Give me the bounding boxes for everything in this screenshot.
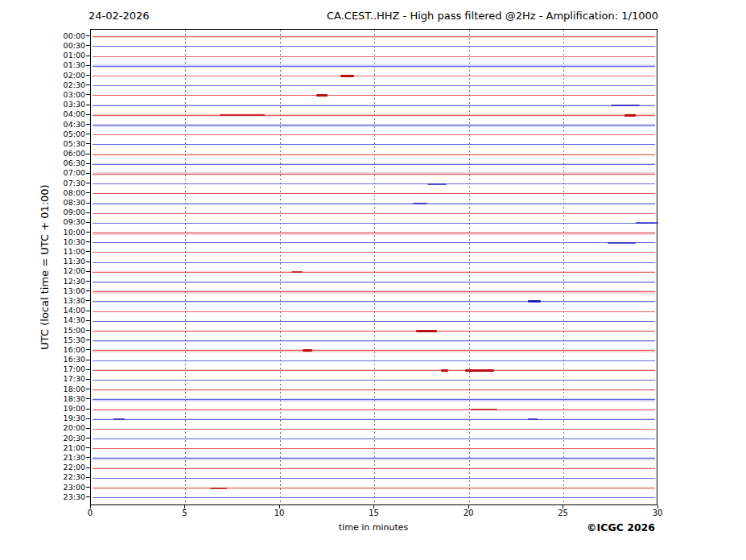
grid-line <box>563 30 564 504</box>
trace-line <box>93 301 655 302</box>
y-tick <box>86 487 90 488</box>
trace-line <box>93 144 655 145</box>
trace-time-label: 06:30 <box>24 159 85 167</box>
trace-line <box>93 242 655 243</box>
trace-time-label: 03:00 <box>24 91 85 99</box>
trace-time-label: 10:00 <box>24 229 85 237</box>
trace-time-label: 04:00 <box>24 110 85 118</box>
trace-time-label: 00:00 <box>24 32 85 40</box>
plot-title: CA.CEST..HHZ - High pass filtered @2Hz -… <box>0 10 658 22</box>
y-tick <box>86 311 90 311</box>
y-tick <box>86 75 90 76</box>
trace-time-label: 02:30 <box>24 81 85 89</box>
y-tick <box>86 65 90 66</box>
trace-line <box>93 331 655 331</box>
x-tick-label: 25 <box>547 509 579 517</box>
trace-time-label: 08:30 <box>24 199 85 207</box>
y-tick <box>86 241 90 242</box>
copyright-label: ©ICGC 2026 <box>563 521 655 533</box>
trace-event <box>427 183 447 185</box>
trace-time-label: 05:30 <box>24 140 85 148</box>
trace-time-label: 22:00 <box>24 463 85 471</box>
trace-time-label: 16:00 <box>24 346 85 354</box>
trace-time-label: 11:30 <box>24 257 85 266</box>
trace-time-label: 10:30 <box>24 238 85 246</box>
y-tick <box>86 477 90 478</box>
y-tick <box>86 398 90 399</box>
y-tick <box>86 271 90 272</box>
trace-line <box>93 233 655 233</box>
trace-time-label: 20:00 <box>24 424 85 432</box>
trace-time-label: 21:00 <box>24 444 85 452</box>
trace-line <box>93 154 655 155</box>
trace-line <box>93 370 655 371</box>
trace-event <box>611 105 639 106</box>
trace-time-label: 20:30 <box>24 434 85 443</box>
trace-time-label: 09:00 <box>24 208 85 216</box>
trace-line <box>93 183 655 184</box>
trace-time-label: 22:30 <box>24 473 85 481</box>
y-tick <box>86 143 90 144</box>
trace-time-label: 18:00 <box>24 385 85 393</box>
y-tick <box>86 84 90 85</box>
y-tick <box>86 45 90 46</box>
plot-area <box>90 29 657 505</box>
y-tick <box>86 447 90 448</box>
y-tick <box>86 457 90 458</box>
trace-event <box>416 330 437 332</box>
trace-line <box>93 458 655 459</box>
y-tick <box>86 330 90 331</box>
trace-line <box>93 252 655 253</box>
grid-line <box>374 30 375 504</box>
trace-time-label: 21:30 <box>24 454 85 462</box>
trace-line <box>93 85 655 86</box>
trace-time-label: 03:30 <box>24 101 85 109</box>
trace-time-label: 00:30 <box>24 42 85 50</box>
trace-line <box>93 66 655 67</box>
trace-time-label: 15:30 <box>24 336 85 344</box>
trace-time-label: 23:00 <box>24 484 85 492</box>
y-tick <box>86 369 90 370</box>
trace-time-label: 08:00 <box>24 189 85 197</box>
y-tick <box>86 290 90 291</box>
trace-line <box>93 429 655 430</box>
trace-line <box>93 125 655 126</box>
trace-event <box>441 369 448 372</box>
trace-time-label: 04:30 <box>24 121 85 129</box>
trace-time-label: 01:30 <box>24 61 85 69</box>
trace-time-label: 06:00 <box>24 150 85 158</box>
trace-time-label: 05:00 <box>24 130 85 138</box>
y-tick <box>86 94 90 95</box>
trace-line <box>93 46 655 47</box>
trace-line <box>93 360 655 361</box>
trace-line <box>93 468 655 469</box>
x-tick-label: 5 <box>169 509 201 517</box>
trace-line <box>93 419 655 420</box>
x-tick-label: 15 <box>358 509 390 517</box>
x-tick-label: 0 <box>74 509 106 517</box>
trace-line <box>93 488 655 488</box>
trace-line <box>93 448 655 449</box>
trace-event <box>528 418 538 420</box>
y-tick <box>86 300 90 301</box>
trace-line <box>93 410 655 410</box>
x-axis-label: time in minutes <box>325 522 422 533</box>
trace-time-label: 14:00 <box>24 307 85 315</box>
y-tick <box>86 124 90 125</box>
y-tick <box>86 56 90 56</box>
trace-line <box>93 439 655 439</box>
y-tick <box>86 114 90 115</box>
trace-line <box>93 204 655 204</box>
trace-time-label: 18:30 <box>24 395 85 403</box>
trace-line <box>93 478 655 479</box>
trace-line <box>93 76 655 76</box>
trace-time-label: 19:00 <box>24 405 85 413</box>
y-tick <box>86 154 90 154</box>
y-tick <box>86 222 90 223</box>
grid-line <box>280 30 281 504</box>
trace-event <box>316 94 328 97</box>
trace-line <box>93 134 655 135</box>
trace-time-label: 12:30 <box>24 278 85 286</box>
trace-time-label: 17:00 <box>24 365 85 373</box>
y-tick <box>86 203 90 204</box>
